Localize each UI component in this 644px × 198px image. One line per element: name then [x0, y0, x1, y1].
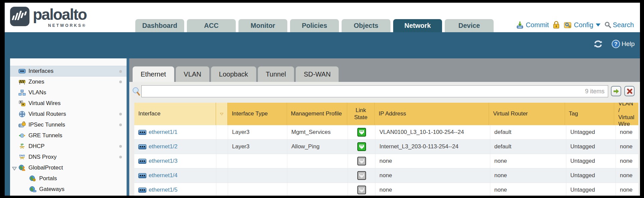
cell-interface-type: Layer3 — [228, 140, 287, 154]
status-dot — [119, 156, 122, 158]
help-button[interactable]: ? Help — [612, 40, 635, 48]
column-header-tag[interactable]: Tag — [565, 103, 615, 125]
cell-virtual-router: none — [490, 168, 566, 183]
cell-sort-spacer — [216, 125, 228, 139]
tab-sd-wan[interactable]: SD-WAN — [296, 66, 339, 82]
cell-link-state — [348, 183, 375, 196]
cell-sort-spacer — [216, 183, 228, 196]
paloalto-logo: paloalto NETWORKS® — [10, 7, 86, 28]
cell-interface-type — [228, 154, 287, 168]
sidebar-item-portals[interactable]: Portals — [10, 173, 127, 184]
left-rail — [5, 58, 10, 196]
column-header-virtual-router[interactable]: Virtual Router — [489, 103, 565, 125]
interfaces-icon — [18, 68, 26, 75]
nav-tab-policies[interactable]: Policies — [290, 19, 339, 32]
sidebar-item-gre-tunnels[interactable]: GRE Tunnels — [10, 130, 127, 141]
interface-link[interactable]: ethernet1/2 — [138, 143, 177, 150]
nav-tab-monitor[interactable]: Monitor — [238, 19, 287, 32]
sidebar-item-dhcp[interactable]: IPDHCP — [10, 141, 127, 152]
sidebar-item-gateways[interactable]: Gateways — [10, 184, 127, 195]
tab-vlan[interactable]: VLAN — [176, 66, 209, 82]
apply-filter-button[interactable] — [611, 86, 621, 96]
tab-ethernet[interactable]: Ethernet — [133, 66, 174, 82]
sidebar-item-clipped[interactable] — [10, 195, 127, 196]
expand-arrow-icon[interactable] — [12, 165, 17, 172]
cell-interface-type: Layer3 — [228, 125, 287, 139]
nav-tab-network[interactable]: Network — [393, 19, 442, 32]
search-label: Search — [613, 21, 634, 29]
secondary-toolbar: ? Help — [5, 32, 640, 58]
column-header-vlan-virtual-wire[interactable]: VLAN / Virtual Wire — [614, 103, 638, 125]
green-arrow-icon — [613, 88, 620, 94]
clear-filter-button[interactable] — [624, 86, 635, 96]
column-header-ip-address[interactable]: IP Address — [375, 103, 489, 125]
sidebar-item-ipsec-tunnels[interactable]: IPSec Tunnels — [10, 119, 127, 130]
status-dot — [119, 123, 122, 126]
cell-vlan-virtual-wire: none — [616, 183, 638, 196]
cell-vlan-virtual-wire: none — [616, 125, 638, 139]
sidebar-item-interfaces[interactable]: Interfaces — [10, 66, 127, 77]
interface-link[interactable]: ethernet1/4 — [138, 172, 177, 179]
sidebar-item-globalprotect[interactable]: GlobalProtect — [10, 162, 127, 173]
cell-management-profile — [287, 154, 348, 168]
nav-tab-device[interactable]: Device — [445, 19, 494, 32]
cell-sort-spacer — [216, 140, 228, 154]
tab-tunnel[interactable]: Tunnel — [258, 66, 294, 82]
cell-tag: Untagged — [566, 125, 616, 139]
sidebar-item-virtual-routers[interactable]: Virtual Routers — [10, 109, 127, 119]
paloalto-logo-icon — [10, 7, 29, 26]
commit-button[interactable]: Commit — [516, 21, 549, 29]
sidebar-item-dns-proxy[interactable]: DNSDNS Proxy — [10, 152, 127, 162]
interface-link[interactable]: ethernet1/5 — [138, 187, 177, 193]
status-dot — [119, 113, 122, 115]
globalprotect-icon — [18, 164, 26, 171]
cell-interface-type — [228, 183, 287, 196]
interface-link[interactable]: ethernet1/1 — [138, 129, 177, 136]
column-header-link-state[interactable]: Link State — [347, 103, 375, 125]
cell-link-state — [348, 125, 375, 139]
sidebar-item-label: DNS Proxy — [28, 154, 57, 160]
config-menu[interactable]: Config — [564, 21, 600, 29]
content-area: InterfacesZonesVLANsVirtual WiresVirtual… — [5, 58, 640, 196]
cell-tag: Untagged — [566, 183, 616, 196]
refresh-icon[interactable] — [593, 40, 603, 48]
interface-link[interactable]: ethernet1/3 — [138, 158, 177, 164]
sidebar-item-label: Virtual Wires — [28, 100, 61, 107]
cell-vlan-virtual-wire: none — [616, 140, 638, 154]
cell-management-profile — [287, 168, 348, 183]
tab-loopback[interactable]: Loopback — [211, 66, 256, 82]
lock-icon[interactable] — [553, 21, 560, 29]
status-dot — [119, 70, 122, 73]
sidebar-item-vlans[interactable]: VLANs — [10, 87, 127, 98]
filter-row: 9 items — [132, 85, 640, 98]
nav-tab-dashboard[interactable]: Dashboard — [135, 19, 184, 32]
sidebar-item-label: VLANs — [28, 89, 46, 96]
nav-tab-acc[interactable]: ACC — [187, 19, 236, 32]
sidebar-item-label: Interfaces — [28, 68, 54, 75]
commit-label: Commit — [526, 21, 549, 29]
nav-tab-objects[interactable]: Objects — [342, 19, 390, 32]
svg-text:DNS: DNS — [19, 154, 25, 157]
cell-interface: ethernet1/1 — [134, 125, 216, 139]
cell-ip-address: none — [375, 168, 490, 183]
column-header-interface-type[interactable]: Interface Type — [228, 103, 287, 125]
svg-text:?: ? — [614, 41, 618, 47]
table-row: ethernet1/1Layer3Mgmt_ServicesVLAN0100_L… — [134, 125, 638, 140]
search-button[interactable]: Search — [604, 21, 634, 29]
cell-management-profile: Allow_Ping — [287, 140, 348, 154]
sidebar-scrollbar[interactable] — [127, 58, 129, 196]
ipsec-tunnels-icon — [18, 121, 26, 128]
sidebar-item-virtual-wires[interactable]: Virtual Wires — [10, 98, 127, 109]
column-header-management-profile[interactable]: Management Profile — [287, 103, 347, 125]
filter-input[interactable] — [142, 86, 608, 97]
ethernet-interface-icon — [138, 173, 146, 178]
link-down-icon — [357, 171, 366, 180]
toolbar-right: ? Help — [593, 40, 635, 48]
ethernet-interface-icon — [138, 144, 146, 149]
table-row: ethernet1/3nonenoneUntaggednone — [134, 154, 638, 168]
header-utilities: Commit Config — [516, 21, 634, 29]
sort-dropdown-button[interactable] — [216, 103, 228, 125]
column-header-interface[interactable]: Interface — [134, 103, 216, 125]
sidebar-item-zones[interactable]: Zones — [10, 77, 127, 87]
cell-link-state — [348, 168, 375, 183]
